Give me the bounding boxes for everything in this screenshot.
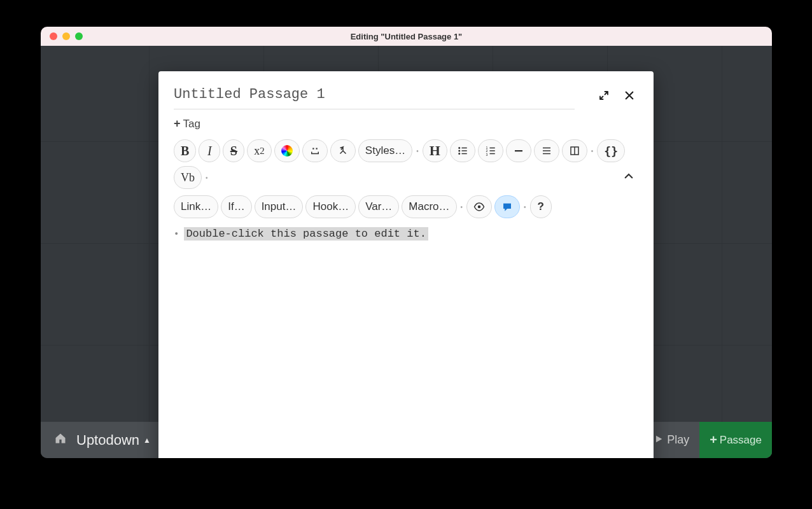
- svg-rect-1: [316, 148, 317, 150]
- separator-dot-icon: •: [415, 148, 420, 155]
- window-title: Editing "Untitled Passage 1": [41, 32, 772, 41]
- plus-icon: +: [174, 117, 181, 130]
- close-icon[interactable]: [620, 90, 638, 104]
- numbered-list-button[interactable]: 123: [478, 139, 503, 162]
- svg-rect-0: [312, 148, 314, 150]
- expand-icon[interactable]: [595, 90, 613, 104]
- bulleted-list-button[interactable]: [450, 139, 475, 162]
- tag-button-label: Tag: [183, 118, 200, 130]
- help-button[interactable]: ?: [530, 195, 552, 218]
- bullet-icon: •: [174, 227, 179, 239]
- undo-style-button[interactable]: [330, 139, 356, 162]
- text-color-button[interactable]: [274, 139, 300, 162]
- italic-button[interactable]: I: [199, 139, 220, 162]
- play-label: Play: [667, 433, 689, 447]
- heading-button[interactable]: H: [423, 139, 447, 162]
- svg-point-4: [458, 153, 460, 155]
- zoom-window-icon[interactable]: [75, 32, 83, 40]
- verbatim-button[interactable]: Vb: [174, 166, 202, 189]
- close-window-icon[interactable]: [50, 32, 57, 40]
- svg-point-2: [458, 147, 460, 149]
- app-window: Editing "Untitled Passage 1" Uptodown ▲ …: [41, 27, 772, 458]
- story-name-label: Uptodown: [76, 432, 139, 449]
- svg-point-20: [478, 206, 481, 209]
- tag-row: + Tag: [174, 109, 638, 136]
- var-button[interactable]: Var…: [358, 195, 399, 218]
- hook-button[interactable]: Hook…: [305, 195, 356, 218]
- passage-editor-panel: + Tag B I S x2 Styles… • H: [158, 71, 654, 458]
- titlebar: Editing "Untitled Passage 1": [41, 27, 772, 46]
- columns-button[interactable]: [562, 139, 587, 162]
- add-passage-label: Passage: [720, 434, 762, 447]
- whitespace-button[interactable]: [302, 139, 328, 162]
- collapse-toolbar-icon[interactable]: [619, 171, 638, 185]
- add-tag-button[interactable]: + Tag: [174, 117, 200, 130]
- if-button[interactable]: If…: [221, 195, 251, 218]
- superscript-button[interactable]: x2: [247, 139, 272, 162]
- input-button[interactable]: Input…: [255, 195, 304, 218]
- collapsed-whitespace-button[interactable]: {}: [597, 139, 625, 162]
- play-icon: [654, 433, 663, 447]
- editor-header: [174, 84, 638, 109]
- toolbar-row-1: B I S x2 Styles… • H 123: [174, 136, 638, 195]
- plus-icon: +: [710, 433, 717, 447]
- traffic-lights: [41, 32, 83, 40]
- proofread-view-button[interactable]: [466, 195, 492, 218]
- home-icon[interactable]: [41, 432, 76, 448]
- comments-button[interactable]: [494, 195, 520, 218]
- separator-dot-icon: •: [204, 174, 209, 181]
- minimize-window-icon[interactable]: [62, 32, 70, 40]
- menu-caret-icon: ▲: [143, 436, 151, 445]
- editor-content-text: Double-click this passage to edit it.: [184, 227, 428, 241]
- editor-textarea[interactable]: • Double-click this passage to edit it.: [174, 225, 638, 458]
- editor-line: • Double-click this passage to edit it.: [174, 227, 638, 241]
- svg-point-3: [458, 150, 460, 152]
- align-button[interactable]: [534, 139, 559, 162]
- bold-button[interactable]: B: [174, 139, 196, 162]
- story-name-menu[interactable]: Uptodown ▲: [76, 432, 151, 449]
- toolbar-row-2: Link… If… Input… Hook… Var… Macro… • • ?: [174, 195, 638, 225]
- horizontal-rule-button[interactable]: [506, 139, 531, 162]
- app-body: Uptodown ▲ Play + Passage: [41, 46, 772, 458]
- add-passage-button[interactable]: + Passage: [699, 422, 772, 458]
- separator-dot-icon: •: [590, 148, 595, 155]
- styles-button[interactable]: Styles…: [358, 139, 412, 162]
- separator-dot-icon: •: [522, 204, 528, 211]
- passage-title-input[interactable]: [174, 84, 575, 109]
- separator-dot-icon: •: [459, 204, 465, 211]
- rainbow-icon: [281, 145, 293, 157]
- svg-text:3: 3: [486, 153, 487, 157]
- macro-button[interactable]: Macro…: [402, 195, 456, 218]
- strikethrough-button[interactable]: S: [223, 139, 244, 162]
- link-button[interactable]: Link…: [174, 195, 218, 218]
